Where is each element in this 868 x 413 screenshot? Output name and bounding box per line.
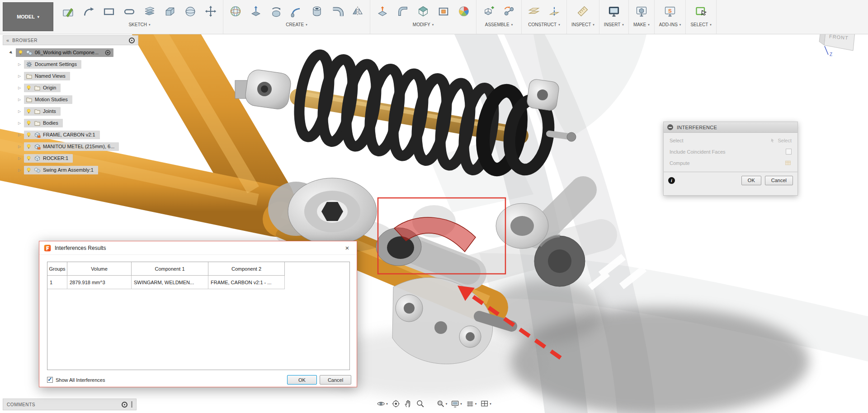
extrude-icon[interactable]	[248, 4, 264, 19]
browser-item-joints[interactable]: ▷Joints	[3, 105, 138, 117]
measure-icon[interactable]	[575, 4, 590, 19]
comments-panel[interactable]: COMMENTS	[3, 399, 137, 410]
expand-triangle-icon[interactable]: ▷	[16, 62, 23, 66]
toolbar-menu-construct[interactable]: CONSTRUCT▾	[528, 22, 560, 27]
grid-settings-button[interactable]: ▾	[465, 399, 478, 409]
expand-triangle-icon[interactable]: ▷	[16, 133, 23, 137]
toolbar-menu-make[interactable]: MAKE▾	[633, 22, 650, 27]
coincident-checkbox[interactable]	[786, 149, 792, 155]
magnifier-button[interactable]	[415, 399, 425, 409]
collapse-panel-icon[interactable]: «	[6, 38, 9, 43]
interference-cancel-button[interactable]: Cancel	[765, 176, 793, 185]
boundary-fill-icon[interactable]	[436, 4, 451, 19]
create-sketch-icon[interactable]	[61, 4, 76, 19]
orbit-button[interactable]: ▾	[376, 399, 389, 409]
expand-triangle-icon[interactable]: ▷	[16, 156, 23, 160]
sphere-section-icon[interactable]	[183, 4, 198, 19]
axis-icon[interactable]	[547, 4, 562, 19]
toolbar-menu-modify[interactable]: MODIFY▾	[413, 22, 434, 27]
slot-icon[interactable]	[122, 4, 137, 19]
browser-header[interactable]: « BROWSER	[3, 35, 138, 45]
browser-item-motion-studies[interactable]: ▷Motion Studies	[3, 94, 138, 105]
interference-ok-button[interactable]: OK	[741, 176, 761, 185]
insert-mesh-icon[interactable]	[606, 4, 622, 19]
press-pull-icon[interactable]	[375, 4, 390, 19]
bulb-icon[interactable]	[26, 143, 32, 150]
hole-icon[interactable]	[309, 4, 325, 19]
compute-icon[interactable]	[784, 160, 792, 166]
table-row[interactable]: 12879.918 mm^3SWINGARM, WELDMEN...FRAME,…	[47, 276, 349, 289]
bulb-icon[interactable]	[26, 131, 32, 138]
interference-panel-header[interactable]: INTERFERENCE	[664, 122, 797, 133]
toolbar-menu-create[interactable]: CREATE▾	[286, 22, 307, 27]
expand-triangle-icon[interactable]: ▷	[16, 109, 23, 113]
pipe-icon[interactable]	[330, 4, 345, 19]
toolbar-menu-sketch[interactable]: SKETCH▾	[128, 22, 150, 27]
bulb-icon[interactable]	[26, 84, 32, 91]
make-3d-print-icon[interactable]	[634, 4, 649, 19]
scripts-addins-icon[interactable]: S	[662, 4, 678, 19]
toolbar-menu-select[interactable]: SELECT▾	[690, 22, 711, 27]
pan-hand-button[interactable]	[403, 399, 413, 409]
browser-item-named-views[interactable]: ▷Named Views	[3, 70, 138, 82]
browser-item-frame-carbon-v2-1[interactable]: ▷FRAME, CARBON v2:1	[3, 129, 138, 141]
browser-item-bodies[interactable]: ▷Bodies	[3, 117, 138, 129]
results-table-body: 12879.918 mm^3SWINGARM, WELDMEN...FRAME,…	[47, 276, 349, 289]
comments-options-icon[interactable]	[122, 402, 127, 408]
viewports-button[interactable]: ▾	[479, 399, 492, 409]
close-icon[interactable]: ×	[342, 243, 352, 253]
bulb-icon[interactable]	[26, 167, 32, 173]
expand-triangle-icon[interactable]: ▷	[16, 145, 23, 149]
select-button[interactable]: Select	[770, 138, 792, 143]
shell-icon[interactable]	[415, 4, 431, 19]
info-icon[interactable]: i	[668, 177, 675, 184]
browser-item-document-settings[interactable]: ▷Document Settings	[3, 58, 138, 70]
rectangle-icon[interactable]	[101, 4, 117, 19]
look-at-button[interactable]	[391, 399, 401, 409]
bulb-icon[interactable]	[18, 49, 24, 56]
new-component-icon[interactable]	[481, 4, 496, 19]
appearance-icon[interactable]	[456, 4, 472, 19]
fillet-icon[interactable]	[395, 4, 410, 19]
browser-item-origin[interactable]: ▷Origin	[3, 82, 138, 94]
toolbar-menu-assemble[interactable]: ASSEMBLE▾	[485, 22, 513, 27]
curved-arrow-icon[interactable]	[81, 4, 96, 19]
joint-icon[interactable]	[501, 4, 517, 19]
bulb-icon[interactable]	[26, 120, 32, 126]
select-cursor-icon[interactable]	[693, 4, 709, 19]
browser-item-rocker-1[interactable]: ▷ROCKER:1	[3, 152, 138, 164]
browser-item-manitou-metel-215mm-6[interactable]: ▷MANITOU METEL (215mm), 6...	[3, 141, 138, 152]
stacked-sheets-icon[interactable]	[142, 4, 157, 19]
move-arrows-icon[interactable]	[203, 4, 218, 19]
results-ok-button[interactable]: OK	[287, 375, 317, 385]
expand-triangle-icon[interactable]: ▷	[16, 74, 23, 78]
expand-triangle-icon[interactable]: ▷	[16, 98, 23, 102]
collapse-triangle-icon[interactable]: ▶	[8, 49, 15, 56]
lattice-sphere-icon[interactable]	[228, 4, 243, 19]
workspace-switcher-button[interactable]: MODEL ▾	[3, 2, 53, 31]
panel-options-icon[interactable]	[129, 38, 135, 43]
offset-plane-icon[interactable]	[526, 4, 542, 19]
chamfer-block-icon[interactable]	[162, 4, 178, 19]
expand-triangle-icon[interactable]: ▷	[16, 86, 23, 90]
radio-active-icon[interactable]	[104, 49, 111, 56]
toolbar-menu-add-ins[interactable]: ADD-INS▾	[659, 22, 681, 27]
toolbar-menu-inspect[interactable]: INSPECT▾	[571, 22, 594, 27]
browser-root-item[interactable]: ▶06_Working with Compone...	[3, 47, 138, 58]
mirror-icon[interactable]	[350, 4, 365, 19]
dialog-title-bar[interactable]: Interferences Results ×	[39, 241, 357, 255]
show-all-interferences-checkbox[interactable]	[47, 377, 53, 383]
display-settings-button[interactable]: ▾	[450, 399, 463, 409]
window-zoom-button[interactable]: ▾	[435, 399, 448, 409]
expand-triangle-icon[interactable]: ▷	[16, 168, 23, 172]
toolbar-menu-insert[interactable]: INSERT▾	[604, 22, 624, 27]
sweep-icon[interactable]	[289, 4, 304, 19]
browser-tree: ▶06_Working with Compone...▷Document Set…	[3, 47, 138, 176]
browser-item-swing-arm-assembly-1[interactable]: ▷Swing Arm Assembly:1	[3, 164, 138, 176]
bulb-icon[interactable]	[26, 155, 32, 161]
bulb-icon[interactable]	[26, 108, 32, 114]
results-cancel-button[interactable]: Cancel	[320, 375, 351, 385]
expand-triangle-icon[interactable]: ▷	[16, 121, 23, 125]
revolve-icon[interactable]	[269, 4, 284, 19]
panel-resize-handle[interactable]	[131, 401, 132, 408]
